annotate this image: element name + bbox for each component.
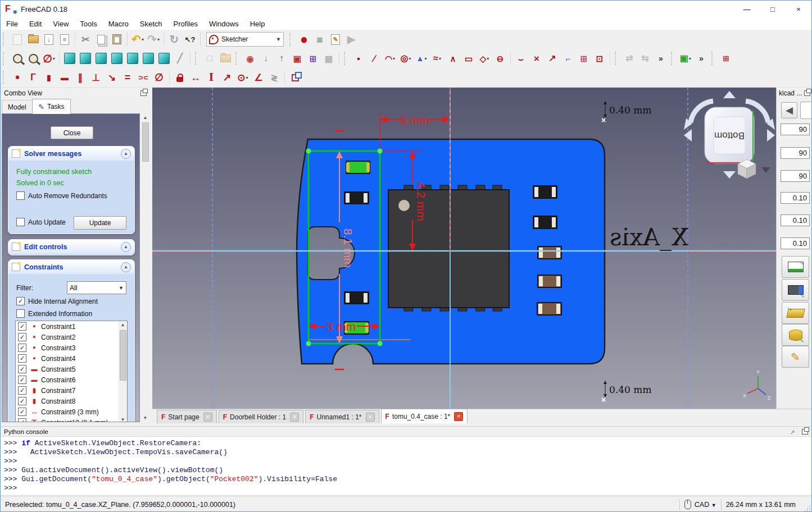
create-rectangle-button[interactable]: ▭: [461, 51, 476, 66]
kicad-value-field-4[interactable]: 0.10: [781, 192, 810, 204]
document-tab-start[interactable]: FStart page×: [157, 410, 217, 423]
symmetry-button[interactable]: ⇄: [622, 51, 637, 66]
clone-button[interactable]: ⇆: [638, 51, 652, 66]
file-new-button[interactable]: [10, 31, 25, 47]
sketch-export-button[interactable]: ↑: [274, 51, 289, 66]
edit-undo-button[interactable]: ↶▾: [130, 31, 145, 47]
menu-view[interactable]: View: [47, 19, 74, 29]
create-circle-button[interactable]: ◎▾: [398, 51, 413, 66]
toolbar-grip[interactable]: [195, 52, 200, 65]
bspline-degree-button[interactable]: ▣▾: [678, 51, 693, 66]
console-line[interactable]: >>> Gui.getDocument("tomu_0_4_case").get…: [4, 475, 811, 484]
python-console[interactable]: >>> if ActiveSketch.ViewObject.RestoreCa…: [1, 436, 811, 495]
external-geometry-button[interactable]: ⌐: [561, 51, 575, 66]
view-front-button[interactable]: [78, 51, 93, 66]
edit-copy-button[interactable]: [94, 31, 108, 47]
kicad-value-field-3[interactable]: 90: [781, 170, 810, 182]
navigation-style-selector[interactable]: CAD ▼: [695, 501, 716, 509]
sketch-vertex[interactable]: [378, 149, 383, 154]
dropdown-arrow-icon[interactable]: ▾: [424, 56, 427, 61]
collapse-chevron-icon[interactable]: ▲: [121, 262, 131, 272]
navigation-cube[interactable]: × Bottom: [684, 91, 775, 179]
update-button[interactable]: Update: [74, 216, 126, 230]
scrollbar-thumb[interactable]: [142, 122, 149, 162]
resize-grip[interactable]: [804, 506, 810, 512]
rotate-east-arrow[interactable]: [767, 129, 775, 141]
auto-remove-redundants-checkbox[interactable]: Auto Remove Redundants: [16, 191, 107, 200]
dropdown-arrow-icon[interactable]: ▾: [409, 56, 411, 61]
constraint-angle-button[interactable]: ∠: [251, 70, 266, 85]
checkbox-checked[interactable]: ✓: [18, 322, 26, 331]
constraint-filter-select[interactable]: All ▼: [67, 281, 126, 294]
toolbar-grip[interactable]: [711, 52, 716, 65]
create-polyline-button[interactable]: ∧: [446, 51, 460, 66]
document-tab-doorbell[interactable]: FDoorbell Holder : 1×: [219, 410, 303, 423]
group-create-button[interactable]: [218, 51, 233, 66]
file-open-button[interactable]: [26, 31, 40, 47]
constraint-block-button[interactable]: ∅: [152, 70, 166, 85]
document-tab-tomu_0.4_case[interactable]: Ftomu_0.4_case : 1*×: [381, 409, 468, 423]
rotate-down-arrow[interactable]: [723, 171, 736, 179]
create-point-button[interactable]: ●: [351, 51, 366, 66]
create-bspline-button[interactable]: ≈▾: [430, 51, 444, 66]
dimension-label[interactable]: 3 mm: [400, 113, 430, 126]
macro-edit-button[interactable]: ✎: [328, 31, 343, 47]
kicad-value-field-5[interactable]: 0.10: [781, 214, 810, 226]
constraint-list-item[interactable]: ✓▬Constraint6: [16, 374, 127, 385]
edit-redo-button[interactable]: ↷▾: [146, 31, 161, 47]
dropdown-arrow-icon[interactable]: ▾: [393, 56, 395, 61]
dropdown-arrow-icon[interactable]: ▾: [439, 56, 441, 61]
kicad-edit-button[interactable]: ✎: [782, 346, 809, 368]
create-fillet-button[interactable]: ⌣: [514, 51, 528, 66]
nav-cube-face-label[interactable]: Bottom: [714, 130, 745, 141]
toolbar-grip[interactable]: [3, 71, 8, 84]
constraint-vertical-button[interactable]: ▮: [42, 70, 56, 85]
macro-record-button[interactable]: ●: [297, 31, 311, 47]
sketch-vertex[interactable]: [378, 341, 383, 346]
auto-update-checkbox[interactable]: Auto Update: [16, 218, 66, 226]
console-line[interactable]: >>>: [4, 484, 811, 493]
create-arc-button[interactable]: ◠▾: [383, 51, 397, 66]
checkbox-unchecked[interactable]: [16, 191, 25, 200]
edit-paste-button[interactable]: [110, 31, 124, 47]
toolbar-grip[interactable]: [344, 52, 349, 65]
sketch-create-button[interactable]: ◉: [243, 51, 257, 66]
view-bottom-button[interactable]: [141, 51, 156, 66]
create-polygon-button[interactable]: ◇▾: [477, 51, 492, 66]
nav-cube-menu-arrow[interactable]: [761, 167, 770, 173]
toolbar-grip[interactable]: [671, 52, 676, 65]
dimension-top-width[interactable]: 3 mm: [380, 113, 450, 126]
toggle-construction-button[interactable]: ⊡: [592, 51, 607, 66]
dropdown-arrow-icon[interactable]: ▾: [689, 56, 691, 61]
constraint-list-item[interactable]: ✓●Constraint4: [16, 353, 127, 364]
dimension-label[interactable]: 4.2 mm: [415, 182, 428, 221]
constraint-list-item[interactable]: ✓●Constraint2: [16, 332, 127, 342]
toolbar-grip[interactable]: [3, 52, 8, 65]
constraint-lock-button[interactable]: [173, 70, 187, 85]
virtual-space-button[interactable]: ⊞: [719, 51, 733, 66]
view-fit-selection-button[interactable]: [26, 51, 40, 66]
minimize-button[interactable]: —: [734, 1, 760, 17]
trim-edge-button[interactable]: ×: [529, 51, 544, 66]
kicad-value-field-1[interactable]: 90: [781, 124, 810, 135]
constraint-horizontal-button[interactable]: ▬: [57, 70, 72, 85]
constraint-list-item[interactable]: ✓▮Constraint7: [16, 385, 127, 396]
kicad-library-button[interactable]: →: [782, 324, 809, 346]
extend-edge-button[interactable]: ↗: [545, 51, 560, 66]
toolbar-grip[interactable]: [3, 33, 8, 46]
extended-information-checkbox[interactable]: Extended Information: [16, 309, 92, 318]
console-line[interactable]: >>> ActiveSketch.ViewObject.TempoVis.sav…: [4, 448, 811, 457]
constraint-point-on-object-button[interactable]: Γ: [26, 70, 40, 85]
view-refresh-button[interactable]: ↻: [167, 31, 182, 47]
edit-cut-button[interactable]: ✂: [78, 31, 93, 47]
checkbox-checked[interactable]: ✓: [18, 333, 26, 341]
constraint-list-item[interactable]: ✓⊤Constraint10 (8.1 mm): [16, 417, 127, 422]
checkbox-checked[interactable]: ✓: [18, 386, 26, 395]
checkbox-checked[interactable]: ✓: [18, 344, 26, 352]
close-tab-icon[interactable]: ×: [454, 412, 463, 421]
dropdown-arrow-icon[interactable]: ▾: [487, 56, 489, 61]
constraint-symmetric-button[interactable]: ⊃⊂: [136, 70, 151, 85]
macro-stop-button[interactable]: ■: [312, 31, 327, 47]
tab-tasks[interactable]: ✎Tasks: [32, 99, 71, 114]
create-line-button[interactable]: ∕: [367, 51, 382, 66]
